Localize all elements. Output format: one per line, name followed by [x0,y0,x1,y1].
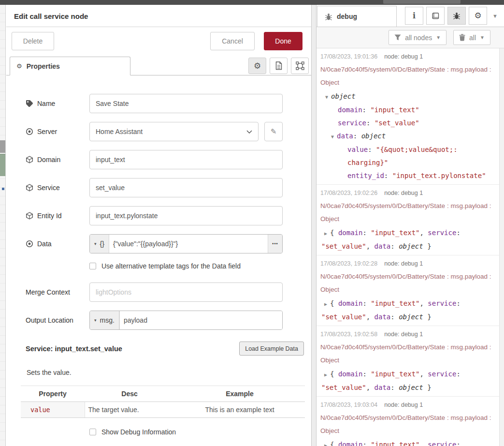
edit-node-dialog: Edit call service node Delete Cancel Don… [6,5,311,446]
show-debug-label: Show Debug Information [101,428,176,436]
delete-button[interactable]: Delete [12,32,54,50]
merge-context-label: Merge Context [26,288,89,296]
output-type-selector[interactable]: ▾ msg. [90,311,119,329]
tab-properties-label: Properties [27,62,60,70]
gear-icon: ⚙ [16,62,22,70]
tree-toggle[interactable]: ▶ [324,443,330,446]
service-input[interactable] [89,178,283,197]
message-timestamp: 17/08/2023, 19:02:28 [320,260,377,267]
cube-icon [26,212,33,220]
message-node: node: debug 1 [384,53,423,60]
caret-down-icon: ▾ [94,318,97,323]
dot-circle-icon [26,128,33,135]
node-edge-dot [2,188,4,190]
tree-toggle[interactable]: ▼ [325,94,331,100]
message-topic: N/0cae7d0c40f5/system/0/Dc/Battery/State… [320,199,491,225]
info-icon: i [413,11,416,20]
bug-icon [453,12,461,20]
server-select-value: Home Assistant [96,128,143,135]
dot-circle-icon [26,240,33,248]
caret-down-icon: ▾ [94,241,97,246]
load-example-data-button[interactable]: Load Example Data [239,342,304,356]
message-payload: ▶ { domain: "input_text", service:"set_v… [320,368,491,394]
message-node: node: debug 1 [384,260,423,267]
filter-nodes-label: all nodes [405,34,432,42]
debug-message: 17/08/2023, 19:02:58node: debug 1N/0cae7… [317,326,499,397]
trash-icon [459,34,465,41]
tree-toggle[interactable]: ▼ [331,134,337,139]
alt-tags-row: Use alternative template tags for the Da… [89,262,311,270]
done-button[interactable]: Done [264,32,302,50]
tree-toggle[interactable]: ▶ [324,301,330,307]
message-timestamp: 17/08/2023, 19:01:36 [320,53,377,60]
expand-editor-button[interactable]: ••• [268,235,282,253]
server-select[interactable]: Home Assistant [89,122,259,141]
col-property: Property [21,386,85,402]
table-row: value The target value. This is an examp… [21,402,305,418]
data-value-input[interactable]: {"value":"{{payload}}"} [109,235,268,253]
clear-messages-button[interactable]: all ▼ [453,30,490,45]
node-edge-gray [0,140,5,153]
debug-message: 17/08/2023, 19:03:04node: debug 1N/0cae7… [317,397,499,446]
gear-icon: ⚙ [254,61,261,71]
message-payload: ▶ { domain: "input_text", service:"set_v… [320,297,491,324]
info-sidebar-button[interactable]: i [405,7,423,25]
message-topic: N/0cae7d0c40f5/system/0/Dc/Battery/State… [320,63,491,89]
merge-context-row: Merge Context [26,282,311,302]
data-type-selector[interactable]: ▾ {} [90,235,109,253]
cube-icon [26,156,33,164]
sidebar-menu-caret[interactable]: ▼ [490,13,500,19]
tree-toggle[interactable]: ▶ [324,372,330,377]
document-icon [275,61,283,70]
name-input[interactable] [89,94,283,113]
domain-row: Domain [26,150,311,169]
output-location-input[interactable]: payload [119,311,282,329]
debug-scrollbar[interactable] [499,48,504,446]
entity-id-input[interactable] [89,206,283,225]
col-desc: Desc [85,386,174,402]
msg-prefix: msg. [100,316,115,324]
properties-tab-button[interactable]: ⚙ [248,58,266,74]
tab-properties[interactable]: ⚙ Properties [10,57,130,75]
sidebar-resize-handle[interactable] [311,5,317,446]
tab-debug-label: debug [337,13,357,20]
workspace-edge [0,5,6,446]
show-debug-row: Show Debug Information [89,428,311,436]
debug-sidebar: debug i ⚙ ▼ [317,5,504,446]
server-row: Server Home Assistant ✎ [26,122,311,141]
node-edge-green [0,154,5,176]
name-label: Name [26,100,89,107]
message-timestamp: 17/08/2023, 19:02:26 [320,190,377,196]
filter-nodes-button[interactable]: all nodes ▼ [389,30,446,45]
tree-toggle[interactable]: ▶ [324,231,330,236]
description-tab-button[interactable] [270,58,288,74]
name-row: Name [26,94,311,113]
desc-cell: The target value. [85,402,174,418]
config-nodes-button[interactable]: ⚙ [469,7,487,25]
edit-server-button[interactable]: ✎ [264,122,283,141]
cube-icon [26,184,33,192]
alt-tags-checkbox[interactable] [89,263,96,269]
message-payload: ▶ { domain: "input_text", service:"set_v… [320,438,491,446]
node-properties-form: Name Server Home Assistant ✎ [6,75,311,436]
debug-sidebar-button[interactable] [447,7,466,25]
alt-tags-label: Use alternative template tags for the Da… [101,262,241,270]
service-attributes-table: Property Desc Example value The target v… [21,386,305,418]
message-node: node: debug 1 [384,190,423,196]
appearance-tab-button[interactable] [291,58,309,74]
message-node: node: debug 1 [384,401,423,408]
help-sidebar-button[interactable] [426,7,445,25]
dialog-buttonbar: Delete Cancel Done [6,27,311,55]
dialog-title: Edit call service node [6,5,311,27]
domain-input[interactable] [89,150,283,169]
show-debug-checkbox[interactable] [89,429,96,435]
cancel-button[interactable]: Cancel [210,32,255,50]
sidebar-header: debug i ⚙ ▼ [317,5,504,27]
appearance-icon [296,61,304,70]
col-example: Example [174,386,305,402]
merge-context-input[interactable] [89,282,283,302]
tab-debug[interactable]: debug [317,6,397,27]
entity-id-row: Entity Id [26,206,311,225]
clear-messages-label: all [469,34,476,42]
debug-toolbar: all nodes ▼ all ▼ [317,27,504,48]
